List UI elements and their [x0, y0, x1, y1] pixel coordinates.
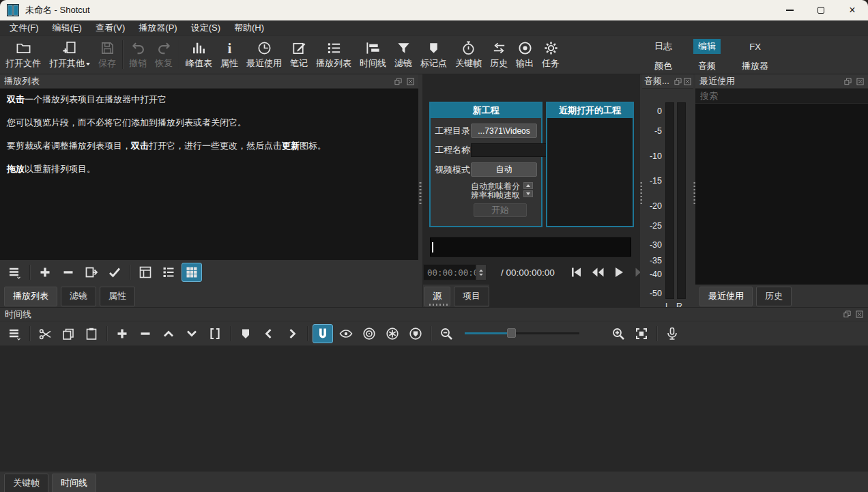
lift-button[interactable] [158, 324, 179, 343]
tab-filters[interactable]: 滤镜 [61, 287, 96, 306]
overwrite-button[interactable] [182, 324, 202, 343]
filters-button[interactable]: 滤镜 [390, 39, 416, 71]
markers-button[interactable]: 标记点 [416, 39, 451, 71]
playlist-append-button[interactable] [35, 263, 55, 282]
zoom-in-button[interactable] [608, 324, 628, 343]
help-text: 图标。 [300, 141, 326, 151]
ripple-all-tracks-button[interactable] [382, 324, 403, 343]
tab-keyframes[interactable]: 关键帧 [4, 474, 48, 492]
recent-projects-list[interactable] [547, 118, 633, 226]
menu-edit[interactable]: 编辑(E) [46, 20, 89, 35]
transport-controls: 00:00:00:00 / 00:00:00:00 [423, 263, 640, 281]
menu-help[interactable]: 帮助(H) [227, 20, 271, 35]
video-mode-button[interactable]: 自动 [471, 162, 537, 177]
timecode-spin-buttons[interactable] [476, 265, 486, 280]
ripple-delete-button[interactable] [135, 324, 156, 343]
project-folder-button[interactable]: ...7371\Videos [471, 124, 537, 138]
scroll-down-button[interactable] [523, 190, 533, 197]
open-other-button[interactable]: 打开其他 [45, 39, 94, 71]
layout-editing-button[interactable]: 编辑 [693, 39, 721, 54]
seek-bar[interactable] [430, 237, 631, 257]
float-panel-icon[interactable] [674, 78, 682, 85]
skip-to-start-button[interactable] [568, 264, 584, 280]
marker-button[interactable] [235, 324, 256, 343]
split-button[interactable] [205, 324, 225, 343]
tab-project[interactable]: 项目 [454, 287, 489, 306]
close-panel-icon[interactable] [684, 78, 691, 85]
peak-meter-button[interactable]: 峰值表 [182, 39, 216, 71]
help-text: 要剪裁或者调整播放列表项目， [7, 141, 131, 151]
layout-audio-button[interactable]: 音频 [693, 59, 721, 74]
save-button[interactable]: 保存 [94, 39, 120, 71]
timeline-tracks-area[interactable] [0, 346, 868, 472]
redo-button[interactable]: 恢复 [151, 39, 177, 71]
menu-view[interactable]: 查看(V) [89, 20, 132, 35]
close-panel-icon[interactable] [856, 310, 863, 318]
scroll-up-button[interactable] [523, 182, 533, 189]
tab-playlist[interactable]: 播放列表 [4, 287, 57, 306]
history-button[interactable]: 历史 [486, 39, 512, 71]
tab-history[interactable]: 历史 [756, 287, 792, 306]
keyframes-button[interactable]: 关键帧 [451, 39, 486, 71]
ripple-markers-button[interactable] [405, 324, 426, 343]
append-button[interactable] [112, 324, 132, 343]
zoom-out-button[interactable] [436, 324, 457, 343]
open-file-button[interactable]: 打开文件 [1, 39, 45, 71]
float-panel-icon[interactable] [844, 78, 852, 85]
timecode-spinner[interactable]: 00:00:00:00 [423, 264, 487, 280]
minimize-button[interactable] [774, 0, 805, 20]
close-button[interactable]: × [837, 0, 868, 20]
view-icons-button[interactable] [182, 263, 202, 282]
layout-fx-button[interactable]: FX [744, 40, 766, 53]
scrub-while-dragging-button[interactable] [336, 324, 356, 343]
layout-logging-button[interactable]: 日志 [650, 39, 677, 54]
record-audio-button[interactable] [662, 324, 682, 343]
zoom-fit-button[interactable] [631, 324, 652, 343]
timeline-menu-button[interactable] [4, 324, 25, 343]
previous-marker-button[interactable] [259, 324, 279, 343]
maximize-button[interactable] [805, 0, 837, 20]
recent-button[interactable]: 最近使用 [242, 39, 286, 71]
playlist-button[interactable]: 播放列表 [312, 39, 356, 71]
toolbar-divider [130, 265, 130, 280]
cut-button[interactable] [35, 324, 55, 343]
jobs-button[interactable]: 任务 [538, 39, 564, 71]
recent-search-input[interactable] [695, 89, 868, 104]
markers-label: 标记点 [420, 57, 447, 70]
undo-button[interactable]: 撤销 [125, 39, 151, 71]
close-panel-icon[interactable] [407, 78, 414, 85]
slider-thumb[interactable] [507, 328, 516, 338]
menu-file[interactable]: 文件(F) [3, 20, 46, 35]
timeline-button[interactable]: 时间线 [356, 39, 390, 71]
playlist-remove-button[interactable] [58, 263, 78, 282]
view-tiles-button[interactable] [158, 263, 179, 282]
ripple-button[interactable] [359, 324, 379, 343]
recent-files-list[interactable] [695, 104, 868, 285]
menu-settings[interactable]: 设定(S) [184, 20, 227, 35]
playlist-open-button[interactable] [81, 263, 102, 282]
rewind-button[interactable] [590, 264, 605, 280]
fast-forward-button[interactable] [633, 264, 640, 280]
menu-player[interactable]: 播放器(P) [132, 20, 184, 35]
tab-properties[interactable]: 属性 [100, 287, 135, 306]
layout-color-button[interactable]: 颜色 [650, 59, 677, 74]
next-marker-button[interactable] [282, 324, 302, 343]
layout-player-button[interactable]: 播放器 [737, 59, 773, 74]
tab-timeline[interactable]: 时间线 [52, 474, 96, 492]
float-panel-icon[interactable] [843, 310, 851, 318]
properties-button[interactable]: i 属性 [216, 39, 242, 71]
snap-button[interactable] [313, 324, 333, 343]
play-button[interactable] [611, 264, 627, 280]
float-panel-icon[interactable] [394, 78, 402, 85]
paste-button[interactable] [81, 324, 102, 343]
playlist-menu-button[interactable] [4, 263, 25, 282]
export-button[interactable]: 输出 [512, 39, 538, 71]
timeline-zoom-slider[interactable] [465, 327, 579, 341]
start-button[interactable]: 开始 [474, 203, 527, 217]
notes-button[interactable]: 笔记 [286, 39, 312, 71]
view-details-button[interactable] [135, 263, 156, 282]
close-panel-icon[interactable] [856, 78, 864, 85]
playlist-update-button[interactable] [104, 263, 125, 282]
copy-button[interactable] [58, 324, 78, 343]
tab-recent[interactable]: 最近使用 [699, 287, 753, 306]
